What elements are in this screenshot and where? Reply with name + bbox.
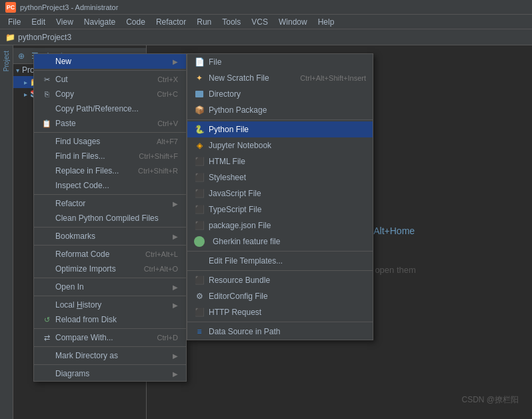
ctx-icon-open-in <box>42 282 51 292</box>
ctx-icon-reload: ↺ <box>42 315 51 324</box>
ctx-sep-7 <box>34 296 186 296</box>
ctx-sep-5 <box>34 245 186 246</box>
ctx-label-paste: Paste <box>55 119 76 128</box>
ctx-icon-compare: ⇄ <box>42 333 51 342</box>
sub-item-python-file[interactable]: 🐍 Python File <box>187 121 373 137</box>
menu-code[interactable]: Code <box>121 16 151 28</box>
sub-item-jupyter[interactable]: ◈ Jupyter Notebook <box>187 137 373 153</box>
ctx-item-local-history[interactable]: Local History ▶ <box>34 298 186 312</box>
ctx-item-paste[interactable]: 📋 Paste Ctrl+V <box>34 116 186 131</box>
menu-refactor[interactable]: Refactor <box>151 16 191 28</box>
ctx-item-new[interactable]: New ▶ <box>34 54 186 69</box>
project-tab-name[interactable]: pythonProject3 <box>18 33 71 42</box>
sub-item-directory[interactable]: Directory <box>187 86 373 102</box>
tree-arrow-ext: ▸ <box>24 91 27 98</box>
sub-icon-scratch: ✦ <box>194 73 205 83</box>
ctx-label-mark-directory: Mark Directory as <box>55 351 118 360</box>
sub-icon-editorconfig: ⚙ <box>194 291 205 302</box>
sub-icon-javascript: ⬛ <box>194 188 205 199</box>
sub-item-file[interactable]: 📄 File <box>187 54 373 70</box>
menu-tools[interactable]: Tools <box>217 16 246 28</box>
ctx-sep-6 <box>34 278 186 278</box>
sub-item-datasource[interactable]: ≡ Data Source in Path <box>187 324 373 340</box>
sidebar-label-project[interactable]: Project <box>3 48 10 74</box>
context-menu: New ▶ ✂ Cut Ctrl+X ⎘ Copy Ctrl+C Copy Pa… <box>33 53 187 382</box>
ctx-sep-4 <box>34 227 186 228</box>
sub-item-package-json[interactable]: ⬛ package.json File <box>187 218 373 234</box>
ctx-icon-cut: ✂ <box>42 75 51 84</box>
sub-item-editorconfig[interactable]: ⚙ EditorConfig File <box>187 288 373 304</box>
menu-bar: File Edit View Navigate Code Refactor Ru… <box>0 15 532 29</box>
sub-label-python-file: Python File <box>209 125 249 134</box>
ctx-item-reformat[interactable]: Reformat Code Ctrl+Alt+L <box>34 247 186 262</box>
ctx-item-bookmarks[interactable]: Bookmarks ▶ <box>34 229 186 244</box>
sub-label-gherkin: Gherkin feature file <box>213 237 280 246</box>
ctx-item-open-in[interactable]: Open In ▶ <box>34 280 186 294</box>
menu-help[interactable]: Help <box>313 16 340 28</box>
project-tab: 📁 pythonProject3 <box>0 29 532 45</box>
ctx-item-clean-compiled[interactable]: Clean Python Compiled Files <box>34 211 186 226</box>
toolbar-icon-1[interactable]: ⊕ <box>16 51 27 61</box>
sub-item-gherkin[interactable]: Gherkin feature file <box>187 234 373 250</box>
sub-item-scratch[interactable]: ✦ New Scratch File Ctrl+Alt+Shift+Insert <box>187 70 373 86</box>
ctx-item-optimize-imports[interactable]: Optimize Imports Ctrl+Alt+O <box>34 262 186 276</box>
menu-edit[interactable]: Edit <box>26 16 51 28</box>
ctx-icon-find-usages <box>42 137 51 146</box>
sub-sep-4 <box>187 322 373 322</box>
sub-item-javascript[interactable]: ⬛ JavaScript File <box>187 185 373 201</box>
sub-item-typescript[interactable]: ⬛ TypeScript File <box>187 201 373 218</box>
project-folder-icon: 📁 <box>5 33 15 42</box>
ctx-item-compare-with[interactable]: ⇄ Compare With... Ctrl+D <box>34 330 186 345</box>
sub-item-edit-templates[interactable]: Edit File Templates... <box>187 253 373 269</box>
sub-icon-python-file: 🐍 <box>194 124 205 135</box>
sub-icon-http-request: ⬛ <box>194 307 205 318</box>
ctx-item-find-usages[interactable]: Find Usages Alt+F7 <box>34 134 186 149</box>
ctx-sep-10 <box>34 364 186 365</box>
sub-icon-edit-templates <box>194 256 205 266</box>
sub-sep-2 <box>187 251 373 252</box>
menu-window[interactable]: Window <box>273 16 313 28</box>
ctx-sep-8 <box>34 328 186 329</box>
ctx-icon-local-history <box>42 300 51 310</box>
ctx-item-copy[interactable]: ⎘ Copy Ctrl+C <box>34 87 186 101</box>
ctx-item-diagrams[interactable]: Diagrams ▶ <box>34 366 186 381</box>
menu-run[interactable]: Run <box>191 16 217 28</box>
sub-item-html[interactable]: ⬛ HTML File <box>187 153 373 169</box>
ctx-item-cut[interactable]: ✂ Cut Ctrl+X <box>34 72 186 87</box>
ctx-icon-inspect-code <box>42 181 51 190</box>
ctx-item-copy-path[interactable]: Copy Path/Reference... <box>34 101 186 116</box>
sub-item-http-request[interactable]: ⬛ HTTP Request <box>187 304 373 320</box>
ctx-item-reload-disk[interactable]: ↺ Reload from Disk <box>34 312 186 327</box>
ctx-shortcut-replace-in-files: Ctrl+Shift+R <box>138 167 178 175</box>
ctx-label-diagrams: Diagrams <box>55 369 89 378</box>
sub-icon-resource-bundle: ⬛ <box>194 275 205 286</box>
sub-label-stylesheet: Stylesheet <box>209 173 246 182</box>
ctx-shortcut-reformat: Ctrl+Alt+L <box>145 250 178 258</box>
sub-item-resource-bundle[interactable]: ⬛ Resource Bundle <box>187 272 373 288</box>
menu-view[interactable]: View <box>51 16 79 28</box>
sub-label-python-package: Python Package <box>209 105 267 115</box>
ctx-item-inspect-code[interactable]: Inspect Code... <box>34 178 186 193</box>
ctx-item-replace-in-files[interactable]: Replace in Files... Ctrl+Shift+R <box>34 163 186 178</box>
menu-vcs[interactable]: VCS <box>246 16 273 28</box>
ctx-icon-copy: ⎘ <box>42 89 51 99</box>
ctx-icon-bookmarks <box>42 232 51 241</box>
ctx-sep-1 <box>34 70 186 71</box>
ctx-shortcut-compare: Ctrl+D <box>157 334 178 342</box>
ctx-icon-clean <box>42 214 51 223</box>
ctx-item-find-in-files[interactable]: Find in Files... Ctrl+Shift+F <box>34 149 186 163</box>
ctx-label-copy-path: Copy Path/Reference... <box>55 104 139 113</box>
menu-navigate[interactable]: Navigate <box>79 16 121 28</box>
ctx-shortcut-find-in-files: Ctrl+Shift+F <box>139 152 178 160</box>
ctx-icon-copy-path <box>42 104 51 113</box>
ctx-label-find-in-files: Find in Files... <box>55 151 105 161</box>
menu-file[interactable]: File <box>3 16 26 28</box>
sub-item-stylesheet[interactable]: ⬛ Stylesheet <box>187 169 373 185</box>
sub-label-editorconfig: EditorConfig File <box>209 292 268 301</box>
ctx-icon-optimize-imports <box>42 264 51 274</box>
app-logo: PC <box>5 2 16 13</box>
ctx-item-refactor[interactable]: Refactor ▶ <box>34 196 186 211</box>
sub-item-python-package[interactable]: 📦 Python Package <box>187 102 373 118</box>
ctx-item-mark-directory[interactable]: Mark Directory as ▶ <box>34 348 186 363</box>
ctx-label-open-in: Open In <box>55 282 84 292</box>
